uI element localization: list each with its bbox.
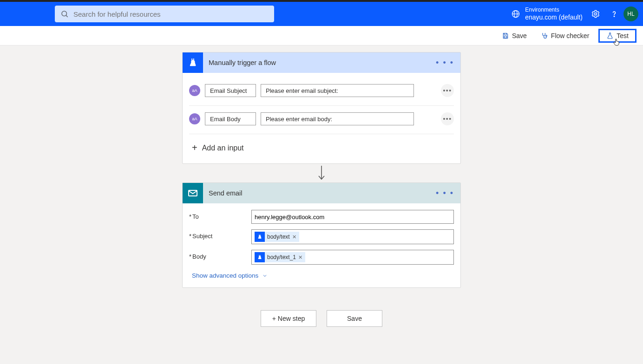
trigger-more-button[interactable]: • • • — [436, 58, 454, 68]
environment-name: enayu.com (default) — [525, 13, 583, 21]
globe-icon — [511, 9, 520, 19]
to-label: *To — [189, 210, 251, 220]
trigger-title: Manually trigger a flow — [209, 59, 430, 66]
input-name-field[interactable]: Email Body — [205, 112, 256, 125]
test-button[interactable]: Test — [598, 29, 636, 43]
plus-icon: + — [192, 143, 197, 153]
show-advanced-options[interactable]: Show advanced options — [189, 267, 454, 280]
new-step-button[interactable]: + New step — [261, 310, 316, 327]
subject-label: *Subject — [189, 229, 251, 240]
body-field[interactable]: body/text_1 ✕ — [251, 250, 454, 265]
body-label: *Body — [189, 250, 251, 260]
flask-icon — [606, 32, 614, 39]
svg-line-1 — [66, 15, 67, 17]
token-remove[interactable]: ✕ — [292, 234, 296, 240]
trigger-input-row: aA Email Body Please enter email body: •… — [189, 106, 454, 134]
trigger-input-row: aA Email Subject Please enter email subj… — [189, 78, 454, 106]
user-avatar[interactable]: HL — [623, 6, 638, 21]
svg-point-8 — [546, 35, 547, 36]
app-header: Environments enayu.com (default) HL — [0, 2, 643, 26]
search-icon — [60, 10, 69, 18]
action-more-button[interactable]: • • • — [436, 188, 454, 198]
connector-arrow — [316, 164, 327, 182]
search-input[interactable] — [73, 10, 269, 18]
token-trigger-icon — [255, 232, 265, 242]
search-box[interactable] — [55, 6, 274, 22]
stethoscope-icon — [541, 32, 548, 39]
help-button[interactable] — [605, 5, 623, 23]
svg-point-0 — [62, 11, 67, 16]
text-type-badge: aA — [189, 113, 200, 124]
help-icon — [610, 9, 619, 19]
row-more-button[interactable]: ••• — [441, 112, 454, 125]
save-flow-button[interactable]: Save — [327, 310, 382, 327]
input-name-field[interactable]: Email Subject — [205, 84, 256, 97]
subject-field[interactable]: body/text ✕ — [251, 229, 454, 244]
row-more-button[interactable]: ••• — [441, 84, 454, 97]
trigger-icon — [183, 52, 203, 73]
flow-checker-button[interactable]: Flow checker — [536, 29, 594, 42]
settings-button[interactable] — [586, 5, 605, 23]
text-type-badge: aA — [189, 85, 200, 96]
environment-picker[interactable]: Environments enayu.com (default) — [511, 6, 583, 21]
svg-point-6 — [614, 16, 614, 16]
token-trigger-icon — [255, 252, 265, 262]
designer-toolbar: Save Flow checker Test — [0, 26, 643, 46]
svg-point-5 — [595, 13, 597, 15]
input-prompt-field[interactable]: Please enter email subject: — [261, 84, 414, 97]
token-remove[interactable]: ✕ — [298, 254, 302, 260]
action-card: Send email • • • *To henry.legge@outlook… — [182, 182, 461, 288]
save-icon — [502, 32, 509, 39]
action-card-header[interactable]: Send email • • • — [183, 183, 460, 203]
dynamic-token[interactable]: body/text_1 ✕ — [255, 252, 305, 262]
to-field[interactable]: henry.legge@outlook.com — [251, 210, 454, 224]
chevron-down-icon — [262, 273, 268, 279]
add-input-button[interactable]: + Add an input — [189, 134, 454, 158]
action-title: Send email — [209, 189, 430, 197]
input-prompt-field[interactable]: Please enter email body: — [261, 112, 414, 125]
gear-icon — [591, 9, 600, 19]
save-button[interactable]: Save — [497, 29, 531, 42]
trigger-card: Manually trigger a flow • • • aA Email S… — [182, 52, 461, 164]
mail-icon — [183, 183, 203, 203]
dynamic-token[interactable]: body/text ✕ — [255, 232, 299, 242]
trigger-card-header[interactable]: Manually trigger a flow • • • — [183, 52, 460, 73]
svg-rect-7 — [504, 36, 506, 38]
environment-label: Environments — [525, 6, 583, 13]
